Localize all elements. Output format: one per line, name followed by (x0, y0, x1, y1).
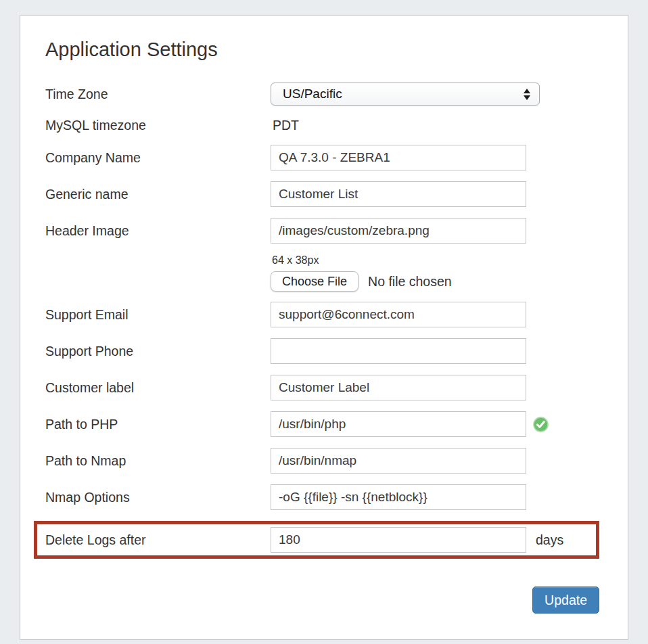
generic-name-input[interactable] (271, 181, 526, 207)
update-button[interactable]: Update (532, 586, 599, 614)
path-nmap-label: Path to Nmap (45, 453, 271, 469)
time-zone-select[interactable]: US/Pacific (271, 83, 540, 106)
support-email-label: Support Email (45, 307, 271, 323)
field-row-support-phone: Support Phone (45, 338, 599, 364)
nmap-options-input[interactable] (271, 484, 526, 510)
field-row-path-php: Path to PHP (45, 411, 599, 437)
form-actions: Update (45, 586, 599, 614)
path-php-input[interactable] (271, 411, 526, 437)
field-row-path-nmap: Path to Nmap (45, 448, 599, 474)
select-up-down-arrows-icon (524, 89, 530, 100)
field-row-support-email: Support Email (45, 302, 599, 327)
application-settings-card: Application Settings Time Zone US/Pacifi… (20, 15, 628, 640)
customer-label-input[interactable] (271, 375, 526, 400)
delete-logs-highlight-box: Delete Logs after days (34, 521, 599, 559)
delete-logs-unit: days (536, 532, 563, 548)
mysql-timezone-value: PDT (271, 118, 299, 133)
field-row-generic-name: Generic name (45, 181, 599, 207)
generic-name-label: Generic name (45, 187, 271, 202)
field-row-mysql-timezone: MySQL timezone PDT (45, 116, 599, 135)
header-image-label: Header Image (45, 223, 271, 239)
field-row-company-name: Company Name (45, 145, 599, 170)
company-name-label: Company Name (45, 150, 271, 166)
header-image-input[interactable] (271, 218, 526, 244)
page-title: Application Settings (45, 39, 599, 61)
nmap-options-label: Nmap Options (45, 490, 271, 505)
choose-file-button[interactable]: Choose File (271, 271, 358, 292)
delete-logs-label: Delete Logs after (45, 532, 271, 548)
support-phone-input[interactable] (271, 338, 526, 364)
company-name-input[interactable] (271, 145, 526, 170)
customer-label-label: Customer label (45, 380, 271, 396)
support-phone-label: Support Phone (45, 344, 271, 359)
check-circle-icon (533, 417, 549, 432)
file-chosen-status: No file chosen (368, 274, 452, 290)
time-zone-selected-value: US/Pacific (283, 87, 342, 101)
time-zone-label: Time Zone (45, 87, 271, 102)
field-row-customer-label: Customer label (45, 375, 599, 400)
path-nmap-input[interactable] (271, 448, 526, 474)
field-row-nmap-options: Nmap Options (45, 484, 599, 510)
field-row-header-image: Header Image (45, 218, 599, 244)
header-image-file-control: Choose File No file chosen (271, 271, 599, 292)
mysql-timezone-label: MySQL timezone (45, 118, 271, 133)
path-php-label: Path to PHP (45, 417, 271, 432)
support-email-input[interactable] (271, 302, 526, 327)
delete-logs-input[interactable] (271, 527, 526, 553)
field-row-time-zone: Time Zone US/Pacific (45, 83, 599, 106)
header-image-size-note: 64 x 38px (272, 254, 599, 267)
